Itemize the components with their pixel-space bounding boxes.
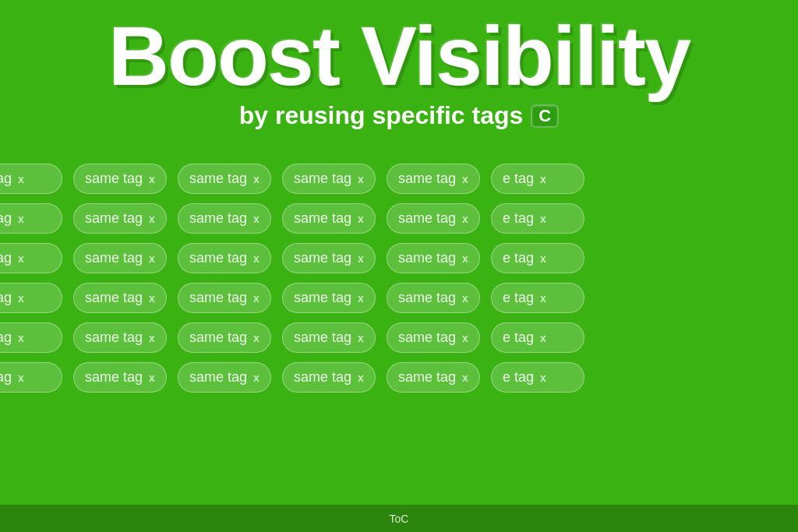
list-item[interactable]: same tag x: [178, 164, 271, 194]
tag-label: same tag: [189, 171, 247, 187]
tag-close-icon[interactable]: x: [253, 213, 260, 225]
tag-label: same tag: [398, 210, 456, 227]
tag-label: e tag: [503, 171, 534, 187]
list-item[interactable]: e tag x: [491, 322, 584, 353]
list-item[interactable]: same tag x: [387, 283, 480, 313]
list-item[interactable]: same tag x: [282, 164, 376, 194]
tag-close-icon[interactable]: x: [358, 332, 364, 344]
tag-close-icon[interactable]: x: [18, 213, 24, 225]
tag-label: same tag: [294, 329, 351, 346]
list-item[interactable]: e tag x: [0, 243, 62, 273]
tag-close-icon[interactable]: x: [149, 173, 155, 185]
main-title: Boost Visibility: [0, 14, 798, 98]
tag-close-icon[interactable]: x: [149, 332, 155, 344]
list-item[interactable]: e tag x: [0, 322, 62, 353]
list-item[interactable]: same tag x: [73, 203, 167, 234]
tag-close-icon[interactable]: x: [462, 332, 468, 344]
tag-close-icon[interactable]: x: [540, 252, 546, 265]
list-item[interactable]: same tag x: [178, 203, 271, 234]
tag-label: same tag: [398, 171, 456, 187]
list-item[interactable]: e tag x: [0, 283, 62, 313]
tag-label: same tag: [189, 329, 247, 346]
list-item[interactable]: same tag x: [178, 362, 271, 393]
tag-row: e tag x same tag x same tag x same tag x…: [0, 164, 798, 194]
list-item[interactable]: same tag x: [178, 322, 271, 353]
tag-close-icon[interactable]: x: [18, 173, 24, 185]
main-background: Boost Visibility by reusing specific tag…: [0, 0, 798, 532]
tag-label: same tag: [398, 250, 456, 266]
tag-close-icon[interactable]: x: [540, 332, 546, 344]
tag-label: e tag: [0, 290, 12, 306]
tag-close-icon[interactable]: x: [253, 372, 260, 384]
tag-close-icon[interactable]: x: [540, 173, 546, 185]
tag-close-icon[interactable]: x: [358, 173, 364, 185]
tag-close-icon[interactable]: x: [149, 372, 155, 384]
tag-label: same tag: [189, 250, 247, 266]
subtitle-text: by reusing specific tags: [239, 101, 524, 130]
list-item[interactable]: same tag x: [387, 164, 480, 194]
tag-label: e tag: [503, 290, 534, 306]
list-item[interactable]: same tag x: [387, 322, 480, 353]
tag-close-icon[interactable]: x: [253, 332, 260, 344]
tag-close-icon[interactable]: x: [462, 292, 468, 305]
list-item[interactable]: same tag x: [178, 283, 271, 313]
list-item[interactable]: same tag x: [387, 362, 480, 393]
tag-close-icon[interactable]: x: [462, 252, 468, 265]
tag-label: same tag: [294, 369, 351, 386]
tag-close-icon[interactable]: x: [358, 372, 364, 384]
list-item[interactable]: same tag x: [282, 362, 376, 393]
list-item[interactable]: e tag x: [491, 243, 584, 273]
tag-close-icon[interactable]: x: [18, 332, 24, 344]
tag-close-icon[interactable]: x: [462, 372, 468, 384]
list-item[interactable]: e tag x: [491, 203, 584, 234]
tag-close-icon[interactable]: x: [253, 292, 260, 305]
tag-label: e tag: [503, 329, 534, 346]
tag-close-icon[interactable]: x: [253, 173, 260, 185]
tag-row: e tag x same tag x same tag x same tag x…: [0, 362, 798, 393]
tag-label: same tag: [398, 290, 456, 306]
list-item[interactable]: e tag x: [491, 283, 584, 313]
tag-close-icon[interactable]: x: [18, 372, 24, 384]
tag-close-icon[interactable]: x: [149, 292, 155, 305]
list-item[interactable]: e tag x: [0, 203, 62, 234]
tag-close-icon[interactable]: x: [149, 213, 155, 225]
list-item[interactable]: same tag x: [73, 164, 167, 194]
tag-close-icon[interactable]: x: [18, 252, 24, 265]
list-item[interactable]: e tag x: [0, 362, 62, 393]
header-section: Boost Visibility by reusing specific tag…: [0, 0, 798, 146]
list-item[interactable]: same tag x: [282, 203, 376, 234]
tag-close-icon[interactable]: x: [358, 292, 364, 305]
tag-label: same tag: [85, 290, 143, 306]
tag-label: e tag: [0, 171, 12, 187]
tag-close-icon[interactable]: x: [540, 213, 546, 225]
tag-label: same tag: [189, 210, 247, 227]
list-item[interactable]: same tag x: [73, 362, 167, 393]
tag-row: e tag x same tag x same tag x same tag x…: [0, 243, 798, 273]
list-item[interactable]: e tag x: [0, 164, 62, 194]
toc-bar[interactable]: ToC: [0, 505, 798, 532]
tag-close-icon[interactable]: x: [18, 292, 24, 305]
tag-close-icon[interactable]: x: [253, 252, 260, 265]
tag-close-icon[interactable]: x: [540, 292, 546, 305]
list-item[interactable]: same tag x: [73, 283, 167, 313]
list-item[interactable]: same tag x: [73, 322, 167, 353]
toc-label: ToC: [390, 513, 409, 525]
tag-close-icon[interactable]: x: [358, 252, 364, 265]
tag-close-icon[interactable]: x: [358, 213, 364, 225]
tag-label: e tag: [0, 329, 12, 346]
list-item[interactable]: e tag x: [491, 164, 584, 194]
tag-label: same tag: [85, 329, 143, 346]
list-item[interactable]: same tag x: [387, 203, 480, 234]
tag-close-icon[interactable]: x: [462, 213, 468, 225]
list-item[interactable]: same tag x: [178, 243, 271, 273]
tag-close-icon[interactable]: x: [540, 372, 546, 384]
list-item[interactable]: same tag x: [282, 322, 376, 353]
list-item[interactable]: e tag x: [491, 362, 584, 393]
list-item[interactable]: same tag x: [387, 243, 480, 273]
tag-close-icon[interactable]: x: [462, 173, 468, 185]
list-item[interactable]: same tag x: [282, 243, 376, 273]
list-item[interactable]: same tag x: [282, 283, 376, 313]
tag-label: same tag: [294, 171, 351, 187]
list-item[interactable]: same tag x: [73, 243, 167, 273]
tag-close-icon[interactable]: x: [149, 252, 155, 265]
